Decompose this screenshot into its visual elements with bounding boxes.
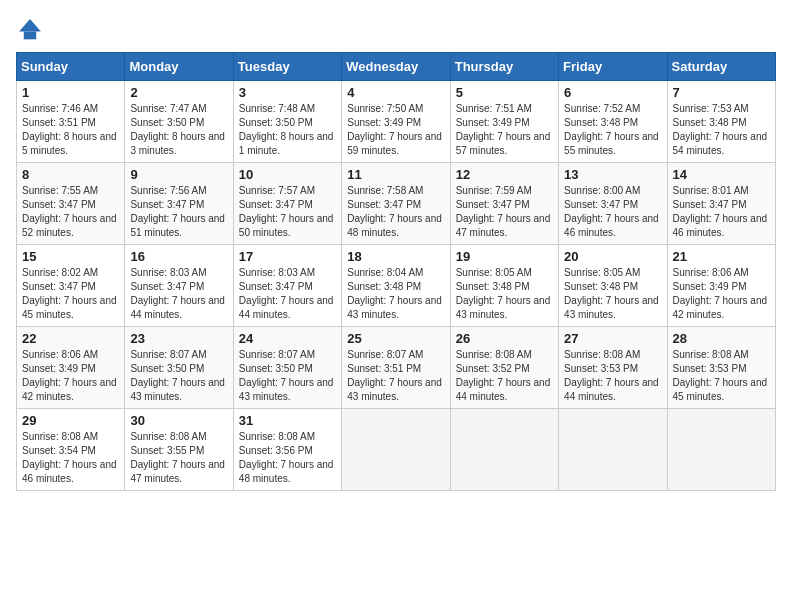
- calendar-cell: 10 Sunrise: 7:57 AM Sunset: 3:47 PM Dayl…: [233, 163, 341, 245]
- day-info: Sunrise: 8:08 AM Sunset: 3:56 PM Dayligh…: [239, 430, 336, 486]
- calendar-cell: 16 Sunrise: 8:03 AM Sunset: 3:47 PM Dayl…: [125, 245, 233, 327]
- sunset-label: Sunset: 3:50 PM: [130, 363, 204, 374]
- day-number: 25: [347, 331, 444, 346]
- logo-icon: [16, 16, 44, 44]
- sunrise-label: Sunrise: 8:00 AM: [564, 185, 640, 196]
- sunset-label: Sunset: 3:53 PM: [564, 363, 638, 374]
- daylight-label: Daylight: 7 hours and 43 minutes.: [347, 295, 442, 320]
- daylight-label: Daylight: 7 hours and 43 minutes.: [456, 295, 551, 320]
- day-number: 16: [130, 249, 227, 264]
- daylight-label: Daylight: 7 hours and 54 minutes.: [673, 131, 768, 156]
- sunrise-label: Sunrise: 7:53 AM: [673, 103, 749, 114]
- calendar-cell: 30 Sunrise: 8:08 AM Sunset: 3:55 PM Dayl…: [125, 409, 233, 491]
- calendar-cell: 4 Sunrise: 7:50 AM Sunset: 3:49 PM Dayli…: [342, 81, 450, 163]
- daylight-label: Daylight: 7 hours and 42 minutes.: [673, 295, 768, 320]
- sunset-label: Sunset: 3:47 PM: [564, 199, 638, 210]
- day-info: Sunrise: 8:05 AM Sunset: 3:48 PM Dayligh…: [456, 266, 553, 322]
- daylight-label: Daylight: 7 hours and 46 minutes.: [673, 213, 768, 238]
- day-info: Sunrise: 7:46 AM Sunset: 3:51 PM Dayligh…: [22, 102, 119, 158]
- sunset-label: Sunset: 3:47 PM: [22, 281, 96, 292]
- day-number: 3: [239, 85, 336, 100]
- sunrise-label: Sunrise: 8:03 AM: [239, 267, 315, 278]
- daylight-label: Daylight: 7 hours and 44 minutes.: [456, 377, 551, 402]
- calendar-cell: 8 Sunrise: 7:55 AM Sunset: 3:47 PM Dayli…: [17, 163, 125, 245]
- sunset-label: Sunset: 3:55 PM: [130, 445, 204, 456]
- calendar-cell: 3 Sunrise: 7:48 AM Sunset: 3:50 PM Dayli…: [233, 81, 341, 163]
- sunset-label: Sunset: 3:54 PM: [22, 445, 96, 456]
- calendar-cell: 21 Sunrise: 8:06 AM Sunset: 3:49 PM Dayl…: [667, 245, 775, 327]
- calendar-week-3: 15 Sunrise: 8:02 AM Sunset: 3:47 PM Dayl…: [17, 245, 776, 327]
- day-number: 29: [22, 413, 119, 428]
- day-info: Sunrise: 7:50 AM Sunset: 3:49 PM Dayligh…: [347, 102, 444, 158]
- daylight-label: Daylight: 7 hours and 51 minutes.: [130, 213, 225, 238]
- day-number: 2: [130, 85, 227, 100]
- day-number: 31: [239, 413, 336, 428]
- sunset-label: Sunset: 3:51 PM: [22, 117, 96, 128]
- calendar-cell: 28 Sunrise: 8:08 AM Sunset: 3:53 PM Dayl…: [667, 327, 775, 409]
- sunset-label: Sunset: 3:49 PM: [673, 281, 747, 292]
- sunrise-label: Sunrise: 8:07 AM: [130, 349, 206, 360]
- sunrise-label: Sunrise: 7:59 AM: [456, 185, 532, 196]
- sunrise-label: Sunrise: 8:07 AM: [239, 349, 315, 360]
- sunrise-label: Sunrise: 8:08 AM: [456, 349, 532, 360]
- day-info: Sunrise: 7:51 AM Sunset: 3:49 PM Dayligh…: [456, 102, 553, 158]
- calendar-cell: 15 Sunrise: 8:02 AM Sunset: 3:47 PM Dayl…: [17, 245, 125, 327]
- calendar-cell: 18 Sunrise: 8:04 AM Sunset: 3:48 PM Dayl…: [342, 245, 450, 327]
- calendar-cell: 9 Sunrise: 7:56 AM Sunset: 3:47 PM Dayli…: [125, 163, 233, 245]
- calendar-cell: 1 Sunrise: 7:46 AM Sunset: 3:51 PM Dayli…: [17, 81, 125, 163]
- sunrise-label: Sunrise: 7:55 AM: [22, 185, 98, 196]
- day-info: Sunrise: 7:47 AM Sunset: 3:50 PM Dayligh…: [130, 102, 227, 158]
- day-info: Sunrise: 7:58 AM Sunset: 3:47 PM Dayligh…: [347, 184, 444, 240]
- daylight-label: Daylight: 7 hours and 57 minutes.: [456, 131, 551, 156]
- sunrise-label: Sunrise: 7:51 AM: [456, 103, 532, 114]
- sunrise-label: Sunrise: 8:06 AM: [673, 267, 749, 278]
- day-info: Sunrise: 7:56 AM Sunset: 3:47 PM Dayligh…: [130, 184, 227, 240]
- calendar-cell: [559, 409, 667, 491]
- calendar-cell: 23 Sunrise: 8:07 AM Sunset: 3:50 PM Dayl…: [125, 327, 233, 409]
- sunset-label: Sunset: 3:49 PM: [347, 117, 421, 128]
- day-number: 17: [239, 249, 336, 264]
- daylight-label: Daylight: 7 hours and 52 minutes.: [22, 213, 117, 238]
- svg-rect-1: [24, 32, 36, 40]
- day-info: Sunrise: 8:03 AM Sunset: 3:47 PM Dayligh…: [239, 266, 336, 322]
- calendar-cell: 25 Sunrise: 8:07 AM Sunset: 3:51 PM Dayl…: [342, 327, 450, 409]
- day-number: 12: [456, 167, 553, 182]
- day-info: Sunrise: 8:07 AM Sunset: 3:51 PM Dayligh…: [347, 348, 444, 404]
- sunset-label: Sunset: 3:50 PM: [239, 117, 313, 128]
- sunset-label: Sunset: 3:47 PM: [130, 281, 204, 292]
- day-info: Sunrise: 7:53 AM Sunset: 3:48 PM Dayligh…: [673, 102, 770, 158]
- day-number: 24: [239, 331, 336, 346]
- daylight-label: Daylight: 7 hours and 50 minutes.: [239, 213, 334, 238]
- calendar-cell: 17 Sunrise: 8:03 AM Sunset: 3:47 PM Dayl…: [233, 245, 341, 327]
- daylight-label: Daylight: 7 hours and 44 minutes.: [239, 295, 334, 320]
- day-number: 30: [130, 413, 227, 428]
- day-number: 7: [673, 85, 770, 100]
- daylight-label: Daylight: 8 hours and 1 minute.: [239, 131, 334, 156]
- calendar-table: SundayMondayTuesdayWednesdayThursdayFrid…: [16, 52, 776, 491]
- sunset-label: Sunset: 3:49 PM: [22, 363, 96, 374]
- day-number: 8: [22, 167, 119, 182]
- day-info: Sunrise: 8:07 AM Sunset: 3:50 PM Dayligh…: [130, 348, 227, 404]
- calendar-cell: 6 Sunrise: 7:52 AM Sunset: 3:48 PM Dayli…: [559, 81, 667, 163]
- sunrise-label: Sunrise: 8:02 AM: [22, 267, 98, 278]
- day-number: 22: [22, 331, 119, 346]
- calendar-cell: 27 Sunrise: 8:08 AM Sunset: 3:53 PM Dayl…: [559, 327, 667, 409]
- sunrise-label: Sunrise: 8:06 AM: [22, 349, 98, 360]
- sunrise-label: Sunrise: 7:47 AM: [130, 103, 206, 114]
- day-number: 5: [456, 85, 553, 100]
- day-info: Sunrise: 8:05 AM Sunset: 3:48 PM Dayligh…: [564, 266, 661, 322]
- sunrise-label: Sunrise: 8:03 AM: [130, 267, 206, 278]
- day-number: 21: [673, 249, 770, 264]
- daylight-label: Daylight: 7 hours and 43 minutes.: [564, 295, 659, 320]
- day-number: 19: [456, 249, 553, 264]
- day-info: Sunrise: 8:06 AM Sunset: 3:49 PM Dayligh…: [22, 348, 119, 404]
- day-number: 18: [347, 249, 444, 264]
- sunrise-label: Sunrise: 8:05 AM: [564, 267, 640, 278]
- sunset-label: Sunset: 3:48 PM: [564, 117, 638, 128]
- sunrise-label: Sunrise: 8:04 AM: [347, 267, 423, 278]
- sunset-label: Sunset: 3:47 PM: [673, 199, 747, 210]
- calendar-week-4: 22 Sunrise: 8:06 AM Sunset: 3:49 PM Dayl…: [17, 327, 776, 409]
- sunset-label: Sunset: 3:48 PM: [456, 281, 530, 292]
- sunset-label: Sunset: 3:50 PM: [130, 117, 204, 128]
- daylight-label: Daylight: 7 hours and 43 minutes.: [347, 377, 442, 402]
